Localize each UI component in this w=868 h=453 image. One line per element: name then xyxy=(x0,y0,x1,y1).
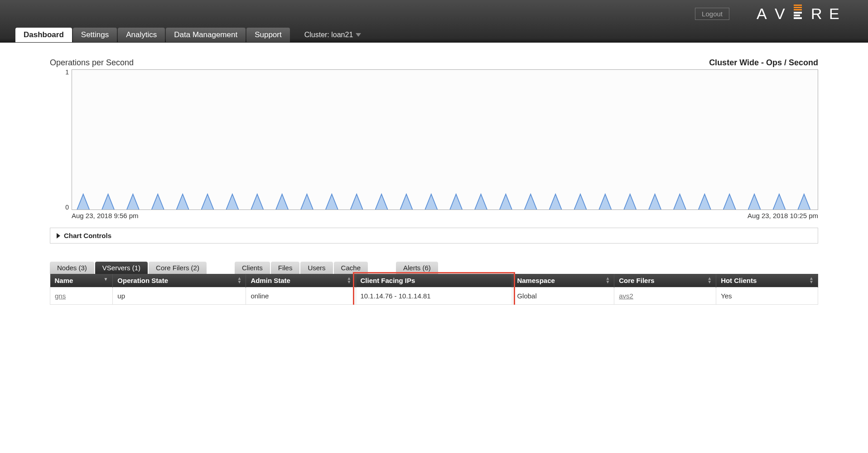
table-row: gns up online 10.1.14.76 - 10.1.14.81 Gl… xyxy=(50,287,818,305)
cluster-name: loan21 xyxy=(331,31,353,39)
svg-text:R: R xyxy=(811,5,829,22)
chart-x-axis: Aug 23, 2018 9:56 pm Aug 23, 2018 10:25 … xyxy=(72,210,818,219)
cluster-prefix: Cluster: xyxy=(304,31,329,39)
x-start-label: Aug 23, 2018 9:56 pm xyxy=(72,212,139,219)
svg-text:E: E xyxy=(829,5,846,22)
vservers-table-wrap: Name▼ Operation State▲▼ Admin State▲▼ Cl… xyxy=(50,274,818,305)
cluster-selector[interactable]: Cluster: loan21 xyxy=(304,31,362,39)
tab-analytics[interactable]: Analytics xyxy=(118,28,165,42)
app-header: Logout A V R E xyxy=(0,0,868,43)
chart-y-axis: 1 0 xyxy=(63,69,69,210)
sort-icon: ▲▼ xyxy=(707,277,711,284)
cell-client-ips: 10.1.14.76 - 10.1.14.81 xyxy=(356,287,512,305)
tab-settings[interactable]: Settings xyxy=(73,28,117,42)
subtab-alerts[interactable]: Alerts (6) xyxy=(396,262,438,274)
sort-icon: ▲▼ xyxy=(347,277,351,284)
chart-plot-area xyxy=(72,69,818,210)
subtab-core-filers[interactable]: Core Filers (2) xyxy=(149,262,207,274)
tab-support[interactable]: Support xyxy=(246,28,290,42)
sort-icon: ▲▼ xyxy=(809,277,813,284)
header-top-row: Logout A V R E xyxy=(0,0,868,27)
chart-title-left: Operations per Second xyxy=(50,58,134,68)
subtab-users[interactable]: Users xyxy=(300,262,333,274)
sub-tabbar: Nodes (3) VServers (1) Core Filers (2) C… xyxy=(50,262,818,274)
table-body: gns up online 10.1.14.76 - 10.1.14.81 Gl… xyxy=(50,287,818,305)
svg-rect-9 xyxy=(794,17,802,19)
svg-text:A: A xyxy=(757,5,773,22)
col-admin-state[interactable]: Admin State▲▼ xyxy=(246,274,356,287)
x-end-label: Aug 23, 2018 10:25 pm xyxy=(747,212,818,219)
logout-button[interactable]: Logout xyxy=(695,8,729,20)
sort-icon: ▲▼ xyxy=(237,277,241,284)
chart-data-peaks xyxy=(72,191,818,209)
vservers-table: Name▼ Operation State▲▼ Admin State▲▼ Cl… xyxy=(50,274,818,305)
cell-core-filers: avs2 xyxy=(614,287,716,305)
sort-desc-icon: ▼ xyxy=(103,277,108,282)
col-client-ips[interactable]: Client Facing IPs xyxy=(356,274,512,287)
avere-logo: A V R E xyxy=(757,5,850,23)
cell-admin-state: online xyxy=(246,287,356,305)
subtab-nodes[interactable]: Nodes (3) xyxy=(50,262,94,274)
col-namespace[interactable]: Namespace▲▼ xyxy=(512,274,614,287)
subtab-cache[interactable]: Cache xyxy=(334,262,368,274)
tab-dashboard[interactable]: Dashboard xyxy=(15,28,72,42)
table-head: Name▼ Operation State▲▼ Admin State▲▼ Cl… xyxy=(50,274,818,287)
core-filer-link[interactable]: avs2 xyxy=(619,292,633,300)
cell-hot-clients: Yes xyxy=(716,287,818,305)
col-operation-state[interactable]: Operation State▲▼ xyxy=(113,274,246,287)
sort-icon: ▲▼ xyxy=(605,277,609,284)
vserver-link[interactable]: gns xyxy=(55,292,66,300)
y-tick-1: 1 xyxy=(65,68,69,76)
col-hot-clients[interactable]: Hot Clients▲▼ xyxy=(716,274,818,287)
main-tabbar: Dashboard Settings Analytics Data Manage… xyxy=(15,27,361,43)
cell-namespace: Global xyxy=(512,287,614,305)
svg-rect-6 xyxy=(794,9,802,10)
svg-rect-7 xyxy=(794,12,802,14)
chart-title-right: Cluster Wide - Ops / Second xyxy=(709,58,818,68)
col-core-filers[interactable]: Core Filers▲▼ xyxy=(614,274,716,287)
chart-controls-toggle[interactable]: Chart Controls xyxy=(50,228,818,244)
svg-rect-8 xyxy=(794,15,800,16)
svg-text:V: V xyxy=(775,5,791,22)
chart-header: Operations per Second Cluster Wide - Ops… xyxy=(50,58,818,68)
cell-name: gns xyxy=(50,287,113,305)
chevron-down-icon xyxy=(356,33,361,37)
content-area: Operations per Second Cluster Wide - Ops… xyxy=(0,58,868,305)
subtab-clients[interactable]: Clients xyxy=(235,262,270,274)
caret-right-icon xyxy=(57,233,60,239)
svg-rect-4 xyxy=(794,5,802,6)
col-name[interactable]: Name▼ xyxy=(50,274,113,287)
y-tick-0: 0 xyxy=(65,204,69,211)
subtab-vservers[interactable]: VServers (1) xyxy=(95,262,148,274)
subtab-files[interactable]: Files xyxy=(271,262,300,274)
tab-data-management[interactable]: Data Management xyxy=(166,28,246,42)
chart-container: 1 0 Aug 23, 2018 9:56 pm Aug 23, 2018 10… xyxy=(50,69,818,219)
chart-controls-label: Chart Controls xyxy=(64,232,111,239)
svg-rect-5 xyxy=(794,7,802,8)
cell-operation-state: up xyxy=(113,287,246,305)
